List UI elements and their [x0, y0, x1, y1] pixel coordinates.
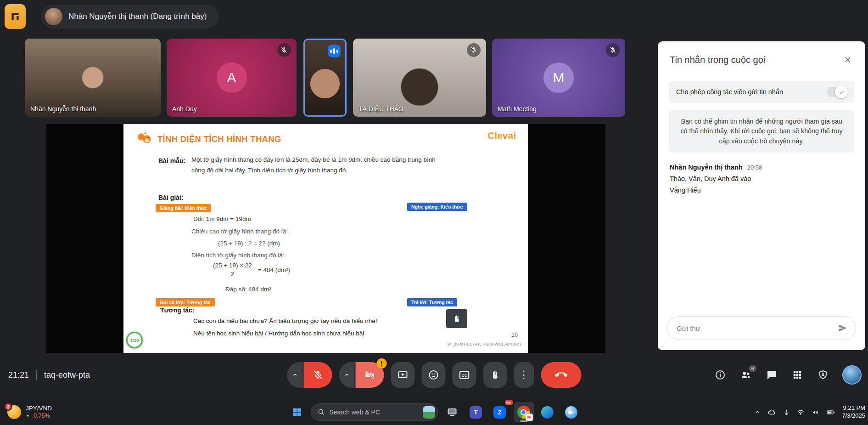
battery-icon [826, 408, 835, 417]
battery-button[interactable] [826, 408, 835, 417]
fraction: (25 + 19) × 22 2 [211, 262, 254, 278]
solution-line: Đổi: 1m 9dm = 19dm [193, 215, 251, 222]
chat-panel: Tin nhắn trong cuộc gọi Cho phép cộng tá… [658, 41, 865, 350]
video-tile-speaking[interactable] [303, 39, 347, 117]
mic-options-button[interactable] [287, 362, 302, 388]
fraction-numerator: (25 + 19) × 22 [211, 262, 254, 270]
slide-footer-code: 24_25-MT-BC7-GET-G10-WK23-DY2-C1 [447, 342, 521, 346]
call-side-controls: 6 [714, 365, 862, 385]
account-avatar[interactable] [842, 365, 862, 385]
reactions-button[interactable] [421, 362, 445, 388]
chat-title: Tin nhắn trong cuộc gọi [670, 55, 765, 65]
windows-taskbar: 3 JPY/VND ▼ -0,75% [0, 399, 868, 425]
tray-overflow-button[interactable] [754, 409, 761, 415]
close-chat-button[interactable] [840, 52, 855, 67]
captions-button[interactable]: CC [452, 362, 476, 388]
participant-name: TẠ DIỆU THẢO [358, 105, 403, 113]
chat-input[interactable] [677, 324, 830, 332]
captions-icon: CC [458, 369, 470, 381]
allow-messages-card: Cho phép cộng tác viên gửi tin nhắn [669, 81, 854, 103]
zalo-icon: Z [493, 406, 506, 419]
host-shield-icon [818, 369, 829, 380]
search-input[interactable] [330, 408, 418, 416]
monitor-icon [447, 407, 458, 418]
video-tile-math-meeting[interactable]: M Math Meeting [492, 39, 625, 117]
video-tile-nhan[interactable]: Nhàn Nguyễn thị thanh [25, 39, 161, 117]
tray-clock[interactable]: 9:21 PM 7/3/2025 [842, 404, 865, 420]
end-call-button[interactable] [541, 362, 581, 388]
mic-in-use-button[interactable] [783, 409, 790, 416]
app-icon-teams[interactable]: T [466, 402, 486, 422]
video-tile-thao[interactable]: TẠ DIỆU THẢO [353, 39, 486, 117]
raise-hand-button[interactable] [483, 362, 507, 388]
presentation-stage: TÍNH DIỆN TÍCH HÌNH THANG Clevai Bài mẫu… [46, 124, 605, 353]
activities-button[interactable] [791, 368, 804, 381]
raise-hand-illustration [446, 309, 467, 328]
pin-info-text: Bạn có thể ghim tin nhắn để những người … [669, 110, 854, 153]
video-tile-anh-duy[interactable]: A Anh Duy [167, 39, 297, 117]
cloud-icon [767, 408, 776, 417]
widget-notification-badge: 3 [4, 402, 12, 411]
presenter-name: Nhàn Nguyễn thị thanh (Đang trình bày) [68, 12, 207, 21]
start-button[interactable] [287, 402, 307, 422]
widgets-button[interactable]: 3 JPY/VND ▼ -0,75% [2, 399, 57, 425]
participant-name: Nhàn Nguyễn thị thanh [30, 105, 96, 113]
meeting-code: taq-eofw-pta [44, 370, 90, 380]
app-icon-monitor[interactable] [442, 402, 462, 422]
mic-off-badge [277, 43, 291, 57]
emoji-icon [428, 369, 439, 380]
solution-line: (25 + 19) : 2 = 22 (dm) [218, 240, 280, 247]
more-options-icon: ⋮ [519, 370, 529, 380]
mic-off-icon [609, 46, 616, 54]
teams-icon: T [470, 406, 482, 419]
zoom-icon [565, 406, 577, 419]
allow-messages-toggle[interactable] [827, 87, 847, 97]
tray-date: 7/3/2025 [842, 412, 865, 420]
bai-mau-label: Bài mẫu: [158, 157, 185, 164]
more-options-button[interactable]: ⋮ [514, 362, 534, 388]
app-icon-zoom[interactable] [561, 402, 582, 422]
taskbar-center: T Z 5+ M [287, 399, 582, 425]
taskbar-search[interactable] [311, 403, 438, 421]
chat-spacer [658, 194, 865, 316]
speaker-icon [812, 408, 819, 416]
app-icon-chrome[interactable]: M [514, 402, 534, 422]
send-icon [838, 323, 848, 333]
mic-off-badge [606, 43, 620, 57]
mic-mute-button[interactable] [303, 362, 332, 388]
send-message-button[interactable] [834, 319, 852, 337]
camera-control-group: ! [339, 362, 384, 388]
participants-button[interactable]: 6 [739, 368, 752, 381]
present-icon [397, 369, 408, 380]
edge-icon [541, 406, 554, 419]
answer-line: Đáp số: 484 dm² [225, 286, 271, 293]
host-controls-button[interactable] [817, 368, 829, 381]
onedrive-cloud-button[interactable] [767, 408, 776, 417]
present-screen-button[interactable] [391, 362, 414, 388]
widget-symbol: JPY/VND [26, 405, 52, 413]
message-header: Nhàn Nguyễn thị thanh 20:58 [670, 164, 853, 171]
chat-toggle-button[interactable] [765, 368, 778, 381]
presenter-pill[interactable]: Nhàn Nguyễn thị thanh (Đang trình bày) [41, 5, 218, 28]
camera-toggle-button[interactable]: ! [355, 362, 384, 388]
zalo-notification-badge: 5+ [504, 399, 514, 406]
app-icon-edge[interactable] [538, 402, 558, 422]
apps-grid-icon [792, 370, 802, 380]
cc-glyph: CC [461, 374, 467, 378]
meeting-details-button[interactable] [714, 368, 727, 381]
wifi-button[interactable] [797, 408, 805, 416]
app-logo[interactable] [5, 4, 26, 29]
solution-line: Diện tích tờ giấy hình thang đó là: [191, 252, 284, 259]
app-icon-zalo[interactable]: Z 5+ [490, 402, 510, 422]
interaction-line: Nêu tên học sinh hiểu bài / Hướng dẫn họ… [193, 330, 364, 337]
logo-glyph-icon [9, 11, 21, 23]
camera-options-button[interactable] [339, 362, 354, 388]
volume-button[interactable] [812, 408, 819, 416]
fraction-expression: (25 + 19) × 22 2 = 484 (dm²) [211, 262, 290, 278]
tray-time: 9:21 PM [842, 404, 865, 412]
tag-tra-loi: Trả lời: Tương tác [407, 298, 457, 306]
chevron-up-icon [343, 371, 350, 379]
chat-message: Nhàn Nguyễn thị thanh 20:58 Thảo, Vân, D… [658, 153, 865, 194]
mic-control-group [287, 362, 332, 388]
tag-nghe-giang: Nghe giảng: Kiến thức [407, 203, 467, 211]
